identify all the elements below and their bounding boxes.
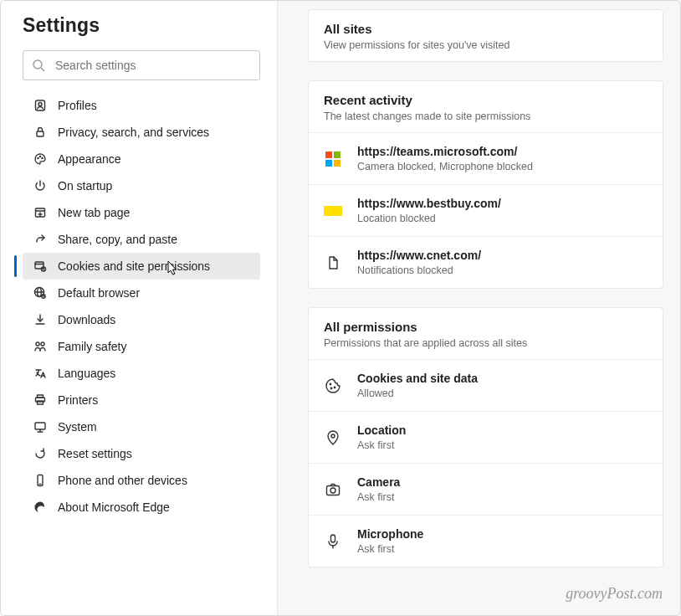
sidebar-item-label: New tab page — [58, 206, 130, 219]
svg-rect-34 — [327, 485, 340, 495]
recent-activity-sub: The latest changes made to site permissi… — [324, 110, 648, 122]
phone-icon — [33, 473, 48, 488]
sidebar-item-system[interactable]: System — [23, 413, 260, 440]
sidebar-item-label: Default browser — [58, 286, 140, 300]
sidebar-item-label: System — [58, 420, 97, 434]
all-permissions-card: All permissions Permissions that are app… — [308, 307, 663, 567]
permission-name: Location — [357, 424, 406, 437]
reset-icon — [33, 446, 48, 461]
svg-point-5 — [38, 157, 38, 158]
all-permissions-title: All permissions — [324, 320, 648, 334]
all-sites-card[interactable]: All sites View permissions for sites you… — [308, 9, 663, 62]
sidebar-item-profiles[interactable]: Profiles — [23, 92, 260, 119]
sidebar-item-label: Cookies and site permissions — [58, 259, 210, 273]
family-icon — [33, 339, 48, 354]
sidebar-item-family-safety[interactable]: Family safety — [23, 333, 260, 360]
permission-status: Ask first — [357, 439, 406, 451]
search-input[interactable] — [55, 59, 251, 72]
svg-point-21 — [41, 342, 44, 346]
sidebar-item-share-copy-and-paste[interactable]: Share, copy, and paste — [23, 226, 260, 253]
sidebar-item-languages[interactable]: Languages — [23, 360, 260, 387]
printer-icon — [33, 393, 48, 408]
permission-status: Ask first — [357, 491, 400, 503]
recent-activity-card: Recent activity The latest changes made … — [308, 80, 663, 289]
cookie-icon — [324, 377, 342, 395]
sidebar-item-label: Reset settings — [58, 447, 132, 460]
svg-rect-24 — [38, 401, 44, 404]
site-permission-status: Notifications blocked — [357, 264, 481, 276]
all-permissions-sub: Permissions that are applied across all … — [324, 337, 648, 349]
power-icon — [33, 178, 48, 193]
browser-icon — [33, 285, 48, 300]
recent-site-row[interactable]: https://teams.microsoft.com/Camera block… — [309, 132, 663, 184]
site-permission-status: Camera blocked, Microphone blocked — [357, 161, 533, 172]
svg-line-1 — [41, 68, 44, 71]
sidebar-item-new-tab-page[interactable]: New tab page — [23, 199, 260, 226]
recent-site-row[interactable]: https://www.bestbuy.com/Location blocked — [309, 184, 663, 236]
search-icon — [32, 59, 45, 72]
share-icon — [33, 232, 48, 247]
site-url: https://www.bestbuy.com/ — [357, 197, 501, 210]
svg-point-31 — [330, 388, 331, 388]
sidebar-item-default-browser[interactable]: Default browser — [23, 280, 260, 306]
settings-nav: ProfilesPrivacy, search, and servicesApp… — [23, 92, 260, 521]
recent-activity-title: Recent activity — [324, 93, 648, 107]
permission-row-microphone[interactable]: MicrophoneAsk first — [309, 515, 663, 567]
microsoft-logo-icon — [324, 150, 342, 168]
svg-point-0 — [33, 60, 42, 69]
permission-row-location[interactable]: LocationAsk first — [309, 411, 663, 463]
site-url: https://www.cnet.com/ — [357, 249, 481, 262]
sidebar-item-on-startup[interactable]: On startup — [23, 172, 260, 199]
sidebar-item-label: About Microsoft Edge — [58, 501, 170, 514]
lock-icon — [33, 125, 48, 140]
sidebar-item-phone-and-other-devices[interactable]: Phone and other devices — [23, 467, 260, 494]
svg-point-32 — [334, 387, 335, 388]
permission-row-cookies-and-site-data[interactable]: Cookies and site dataAllowed — [309, 359, 663, 411]
profile-icon — [33, 98, 48, 113]
permission-status: Ask first — [357, 543, 423, 555]
sidebar-item-label: Phone and other devices — [58, 474, 187, 487]
svg-rect-36 — [331, 535, 335, 542]
sidebar-item-label: Downloads — [58, 313, 115, 326]
sidebar-item-label: On startup — [58, 179, 112, 192]
sidebar-item-label: Share, copy, and paste — [58, 233, 177, 246]
sidebar-item-privacy-search-and-services[interactable]: Privacy, search, and services — [23, 119, 260, 146]
newtab-icon — [33, 205, 48, 220]
recent-activity-list: https://teams.microsoft.com/Camera block… — [309, 132, 663, 288]
svg-rect-25 — [35, 423, 45, 429]
sidebar-item-label: Profiles — [58, 99, 97, 112]
sidebar-item-about-microsoft-edge[interactable]: About Microsoft Edge — [23, 494, 260, 521]
permissions-icon — [33, 259, 48, 274]
svg-point-20 — [36, 342, 39, 346]
microphone-icon — [324, 532, 342, 551]
permission-row-camera[interactable]: CameraAsk first — [309, 463, 663, 515]
settings-content: All sites View permissions for sites you… — [278, 1, 680, 615]
all-sites-title: All sites — [324, 22, 648, 36]
sidebar-item-cookies-and-site-permissions[interactable]: Cookies and site permissions — [23, 253, 260, 280]
permission-name: Cookies and site data — [357, 372, 478, 385]
sidebar-item-label: Family safety — [58, 340, 126, 353]
bestbuy-logo-icon — [324, 202, 342, 220]
site-url: https://teams.microsoft.com/ — [357, 145, 533, 158]
palette-icon — [33, 151, 48, 167]
sidebar-item-printers[interactable]: Printers — [23, 387, 260, 413]
language-icon — [33, 366, 48, 381]
recent-site-row[interactable]: https://www.cnet.com/Notifications block… — [309, 236, 663, 288]
permission-status: Allowed — [357, 388, 478, 399]
location-icon — [324, 429, 342, 447]
sidebar-item-label: Appearance — [58, 152, 121, 166]
svg-point-3 — [38, 103, 42, 106]
sidebar-item-label: Privacy, search, and services — [58, 126, 209, 139]
search-settings[interactable] — [23, 50, 260, 80]
sidebar-item-appearance[interactable]: Appearance — [23, 146, 260, 172]
settings-sidebar: Settings ProfilesPrivacy, search, and se… — [1, 1, 278, 615]
sidebar-item-label: Printers — [58, 393, 98, 407]
sidebar-item-reset-settings[interactable]: Reset settings — [23, 440, 260, 467]
permission-name: Camera — [357, 475, 400, 489]
camera-icon — [324, 480, 342, 499]
sidebar-item-downloads[interactable]: Downloads — [23, 306, 260, 333]
svg-rect-4 — [37, 131, 44, 136]
all-permissions-list: Cookies and site dataAllowedLocationAsk … — [309, 359, 663, 567]
system-icon — [33, 419, 48, 434]
svg-point-30 — [330, 383, 330, 384]
